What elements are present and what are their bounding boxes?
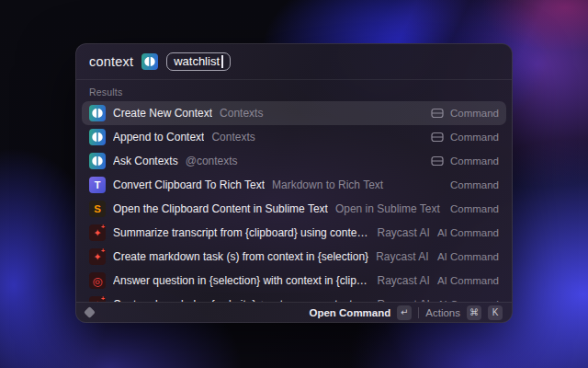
search-input[interactable]: context xyxy=(89,54,133,69)
command-key: ⌘ xyxy=(467,305,481,320)
result-subtitle: Raycast AI xyxy=(376,250,428,263)
actions-button[interactable]: Actions xyxy=(425,307,460,318)
ai-sparkle-icon: ✦ xyxy=(89,296,106,302)
contexts-brain-icon xyxy=(89,105,106,121)
result-type: AI Command xyxy=(437,299,499,302)
result-title: Summarize transcript from {clipboard} us… xyxy=(113,226,370,239)
result-subtitle: Markdown to Rich Text xyxy=(272,178,383,191)
ai-sparkle-icon: ✦ xyxy=(89,248,106,265)
result-title: Open the Clipboard Content in Sublime Te… xyxy=(113,202,328,215)
contexts-brain-icon xyxy=(89,129,106,145)
result-type: Command xyxy=(450,108,499,119)
keyboard-icon xyxy=(431,155,444,167)
sublime-text-icon: S xyxy=(89,201,106,217)
result-type: Command xyxy=(450,179,499,190)
result-subtitle: Raycast AI xyxy=(378,298,430,302)
contexts-brain-icon xyxy=(141,53,158,70)
result-row-summarize-transcript[interactable]: ✦ Summarize transcript from {clipboard} … xyxy=(82,221,506,245)
results-header: Results xyxy=(76,80,512,101)
result-subtitle: Raycast AI xyxy=(378,226,430,239)
search-tag-watchlist[interactable]: watchlist xyxy=(166,52,230,71)
result-type: AI Command xyxy=(437,251,499,262)
keyboard-icon xyxy=(431,108,444,119)
keyboard-icon xyxy=(431,132,444,143)
contexts-brain-icon xyxy=(89,153,106,169)
raycast-window: context watchlist Results Create New Con… xyxy=(75,43,513,323)
result-subtitle: Raycast AI xyxy=(378,274,430,287)
result-title: Convert Clipboard To Rich Text xyxy=(113,178,265,191)
result-subtitle: @contexts xyxy=(186,155,238,167)
result-title: Create markdown task (s) from context in… xyxy=(113,250,368,263)
return-key: ↵ xyxy=(397,305,412,320)
k-key: K xyxy=(488,305,503,320)
raycast-logo-icon xyxy=(84,306,96,318)
result-title: Capture knowledge {website} + extra raw … xyxy=(113,298,370,302)
results-list: Results Create New Context Contexts Comm… xyxy=(76,80,512,302)
result-row-append-to-context[interactable]: Append to Context Contexts Command xyxy=(82,125,506,149)
result-title: Create New Context xyxy=(113,107,212,120)
result-subtitle: Contexts xyxy=(211,131,254,144)
result-type: Command xyxy=(450,155,499,167)
text-cursor xyxy=(221,55,223,68)
result-row-convert-clipboard[interactable]: T Convert Clipboard To Rich Text Markdow… xyxy=(82,173,506,197)
rich-text-icon: T xyxy=(89,177,106,193)
result-title: Answer question in {selection} with cont… xyxy=(113,274,370,287)
result-row-ask-contexts[interactable]: Ask Contexts @contexts Command xyxy=(82,149,506,173)
result-row-create-markdown-task[interactable]: ✦ Create markdown task (s) from context … xyxy=(82,245,506,269)
primary-action-button[interactable]: Open Command xyxy=(309,307,390,318)
ai-sparkle-icon: ✦ xyxy=(89,224,106,241)
result-row-answer-question[interactable]: ◎ Answer question in {selection} with co… xyxy=(82,269,506,293)
result-title: Ask Contexts xyxy=(113,155,178,167)
result-type: Command xyxy=(450,203,499,214)
result-row-create-new-context[interactable]: Create New Context Contexts Command xyxy=(82,101,506,125)
footer-divider xyxy=(418,307,419,318)
result-type: AI Command xyxy=(437,227,499,238)
search-tag-label: watchlist xyxy=(174,54,220,68)
search-bar[interactable]: context watchlist xyxy=(76,44,512,79)
result-subtitle: Open in Sublime Text xyxy=(335,202,440,215)
result-row-capture-knowledge[interactable]: ✦ Capture knowledge {website} + extra ra… xyxy=(82,293,506,302)
result-row-open-sublime[interactable]: S Open the Clipboard Content in Sublime … xyxy=(82,197,506,221)
result-type: Command xyxy=(450,132,499,143)
ai-answer-icon: ◎ xyxy=(89,272,106,289)
result-type: AI Command xyxy=(437,275,499,286)
result-title: Append to Context xyxy=(113,131,204,144)
result-subtitle: Contexts xyxy=(220,107,263,120)
action-bar: Open Command ↵ Actions ⌘ K xyxy=(76,302,512,322)
